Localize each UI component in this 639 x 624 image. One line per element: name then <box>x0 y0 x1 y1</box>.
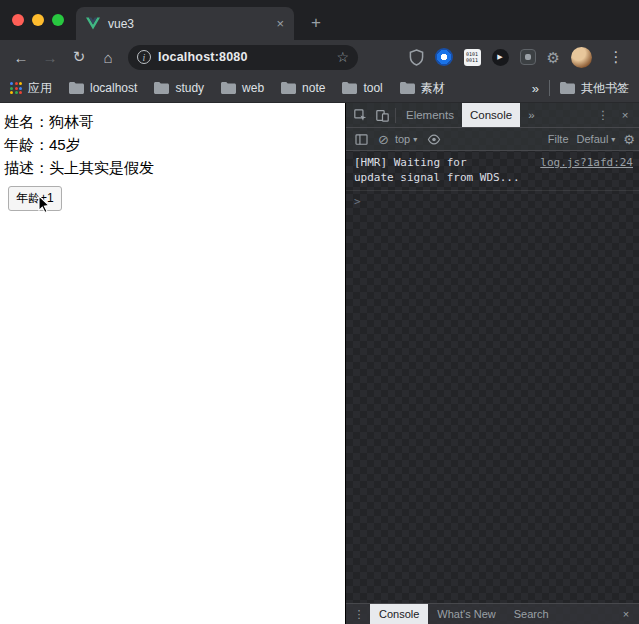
binary-extension-icon[interactable]: 0101 0011 <box>464 49 481 66</box>
devtools-close-icon[interactable]: × <box>614 103 636 127</box>
tabbar-divider <box>395 108 396 123</box>
tab-close-icon[interactable]: × <box>276 16 284 31</box>
play-extension-icon[interactable]: ▶ <box>492 49 509 66</box>
drawer-close-icon[interactable]: × <box>615 604 637 624</box>
minimize-window-button[interactable] <box>32 14 44 26</box>
name-line: 姓名：狗林哥 <box>4 110 341 133</box>
drawer-tab-whats-new[interactable]: What's New <box>428 604 504 624</box>
console-message-text-1: [HMR] Waiting for <box>354 155 467 170</box>
web-page: 姓名：狗林哥 年龄：45岁 描述：头上其实是假发 年龄+1 <box>0 103 345 624</box>
devtools-menu-icon[interactable]: ⋮ <box>592 103 614 127</box>
folder-icon <box>221 82 236 94</box>
clear-console-icon[interactable]: ⊘ <box>378 133 389 146</box>
site-info-icon[interactable]: i <box>137 50 151 64</box>
context-label: top <box>395 133 410 145</box>
device-toolbar-icon[interactable] <box>371 103 393 127</box>
prompt-chevron-icon: > <box>354 195 361 208</box>
desc-line: 描述：头上其实是假发 <box>4 156 341 179</box>
dropdown-caret-icon: ▾ <box>413 135 417 144</box>
profile-avatar[interactable] <box>571 47 592 68</box>
folder-icon <box>281 82 296 94</box>
apps-shortcut[interactable]: 应用 <box>10 80 52 97</box>
apps-label: 应用 <box>28 80 52 97</box>
browser-window: vue3 × + ← → ↻ ⌂ i localhost:8080 ☆ 0101… <box>0 0 639 624</box>
bookmark-folder-sucai[interactable]: 素材 <box>400 80 445 97</box>
devtools-tabbar: Elements Console » ⋮ × <box>346 103 639 128</box>
browser-menu-icon[interactable]: ⋮ <box>603 44 629 70</box>
extensions-area: 0101 0011 ▶ ⚙ ⋮ <box>409 44 631 70</box>
tab-elements[interactable]: Elements <box>398 103 462 127</box>
drawer-menu-icon[interactable]: ⋮ <box>348 604 370 624</box>
dropdown-caret-icon: ▾ <box>611 135 615 144</box>
bookmarks-divider <box>549 80 550 96</box>
console-toolbar: ⊘ top ▾ Filte Defaul ▾ ⚙ <box>346 128 639 151</box>
square-extension-icon[interactable] <box>520 49 536 65</box>
console-message-text-2: update signal from WDS... <box>354 170 633 185</box>
window-controls <box>12 14 64 26</box>
bookmark-folder-localhost[interactable]: localhost <box>69 81 137 95</box>
bookmark-label: note <box>302 81 325 95</box>
bookmark-label: localhost <box>90 81 137 95</box>
bookmarks-overflow-icon[interactable]: » <box>532 81 539 96</box>
console-log-area[interactable]: [HMR] Waiting for log.js?1afd:24 update … <box>346 151 639 603</box>
bookmark-folder-note[interactable]: note <box>281 81 325 95</box>
tab-console[interactable]: Console <box>462 103 520 127</box>
log-levels-selector[interactable]: Defaul ▾ <box>577 133 616 145</box>
bookmarks-bar: 应用 localhost study web note tool 素材 » <box>0 74 639 103</box>
shield-extension-icon[interactable] <box>409 49 424 66</box>
bookmark-label: web <box>242 81 264 95</box>
circle-extension-icon[interactable] <box>435 48 453 66</box>
bookmark-folder-study[interactable]: study <box>154 81 204 95</box>
back-button[interactable]: ← <box>8 44 34 70</box>
bookmarks-right-group: » 其他书签 <box>532 80 629 97</box>
new-tab-button[interactable]: + <box>302 9 330 37</box>
other-bookmarks[interactable]: 其他书签 <box>560 80 629 97</box>
forward-button[interactable]: → <box>37 44 63 70</box>
gear-extension-icon[interactable]: ⚙ <box>547 50 560 65</box>
other-bookmarks-label: 其他书签 <box>581 80 629 97</box>
bookmark-label: tool <box>363 81 382 95</box>
console-settings-gear-icon[interactable]: ⚙ <box>623 133 635 146</box>
content-area: 姓名：狗林哥 年龄：45岁 描述：头上其实是假发 年龄+1 Elements <box>0 103 639 624</box>
folder-icon <box>154 82 169 94</box>
age-increment-button[interactable]: 年龄+1 <box>8 186 62 211</box>
folder-icon <box>560 82 575 94</box>
navigation-bar: ← → ↻ ⌂ i localhost:8080 ☆ 0101 0011 ▶ ⚙… <box>0 40 639 74</box>
age-line: 年龄：45岁 <box>4 133 341 156</box>
vue-logo-icon <box>86 17 100 30</box>
url-text: localhost:8080 <box>158 50 329 64</box>
home-button[interactable]: ⌂ <box>95 44 121 70</box>
levels-label: Defaul <box>577 133 609 145</box>
devtools-drawer-bar: ⋮ Console What's New Search × <box>346 603 639 624</box>
age-button-wrap: 年龄+1 <box>8 186 62 211</box>
folder-icon <box>342 82 357 94</box>
inspect-element-icon[interactable] <box>349 103 371 127</box>
more-panels-icon[interactable]: » <box>520 103 542 127</box>
binary-row-2: 0011 <box>466 57 478 63</box>
folder-icon <box>400 82 415 94</box>
console-sidebar-icon[interactable] <box>350 128 372 150</box>
bookmark-label: study <box>175 81 204 95</box>
bookmark-folder-web[interactable]: web <box>221 81 264 95</box>
source-link[interactable]: log.js?1afd:24 <box>540 155 633 170</box>
apps-grid-icon <box>10 82 22 94</box>
maximize-window-button[interactable] <box>52 14 64 26</box>
live-expression-eye-icon[interactable] <box>423 128 445 150</box>
browser-tab-vue3[interactable]: vue3 × <box>76 7 294 40</box>
bookmark-label: 素材 <box>421 80 445 97</box>
context-selector[interactable]: top ▾ <box>395 133 417 145</box>
bookmark-star-icon[interactable]: ☆ <box>336 49 349 65</box>
console-message: [HMR] Waiting for log.js?1afd:24 update … <box>346 151 639 191</box>
tab-strip: vue3 × + <box>0 0 639 40</box>
address-bar[interactable]: i localhost:8080 ☆ <box>128 45 358 70</box>
close-window-button[interactable] <box>12 14 24 26</box>
folder-icon <box>69 82 84 94</box>
bookmark-folder-tool[interactable]: tool <box>342 81 382 95</box>
tab-title: vue3 <box>108 17 268 31</box>
filter-input[interactable]: Filte <box>548 133 569 145</box>
refresh-button[interactable]: ↻ <box>66 44 92 70</box>
drawer-tab-search[interactable]: Search <box>505 604 558 624</box>
devtools-panel: Elements Console » ⋮ × ⊘ top ▾ <box>345 103 639 624</box>
console-prompt[interactable]: > <box>346 191 639 212</box>
drawer-tab-console[interactable]: Console <box>370 604 428 624</box>
